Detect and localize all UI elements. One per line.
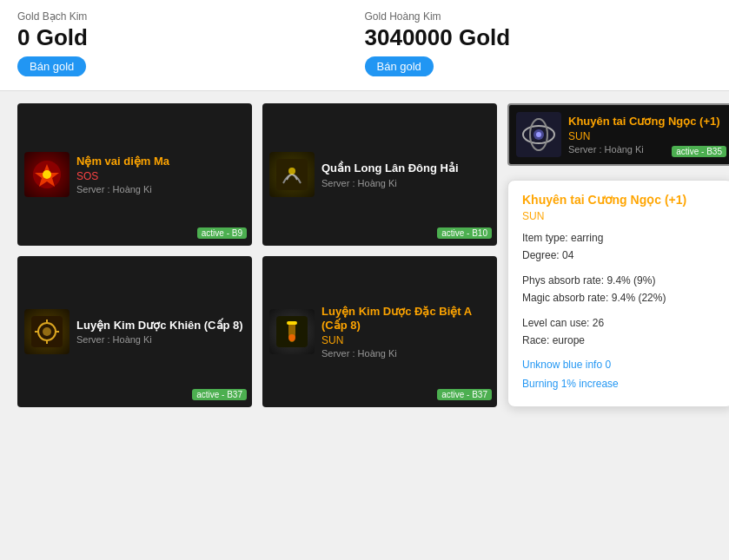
- item-server-0: Server : Hoàng Ki: [76, 184, 245, 194]
- svg-point-19: [536, 132, 541, 137]
- gold-bach-kim-amount: 0 Gold: [17, 24, 365, 51]
- tooltip-spacer-1: [522, 265, 719, 272]
- item-server-4: Server : Hoàng Ki: [321, 348, 490, 359]
- item-sub-4: SUN: [321, 334, 490, 346]
- item-name-0: Nệm vai diệm Ma: [76, 155, 245, 169]
- svg-point-4: [288, 168, 295, 175]
- item-card-1[interactable]: Quần Long Lân Đông Hải Server : Hoàng Ki…: [262, 103, 497, 246]
- item-name-2: Khuyên tai Cương Ngọc (+1): [568, 115, 725, 129]
- item-card-2[interactable]: Khuyên tai Cương Ngọc (+1) SUN Server : …: [507, 103, 729, 166]
- tooltip-spacer-3: [522, 349, 719, 356]
- item-server-3: Server : Hoàng Ki: [76, 334, 245, 345]
- svg-point-2: [43, 170, 51, 179]
- gold-hoang-kim-block: Gold Hoàng Kim 3040000 Gold Bán gold: [365, 10, 712, 76]
- item-icon-0: [24, 152, 70, 197]
- items-grid: Nệm vai diệm Ma SOS Server : Hoàng Ki ac…: [17, 103, 497, 407]
- item-name-3: Luyện Kim Dược Khiên (Cấp 8): [76, 319, 245, 333]
- active-badge-3: active - B37: [192, 389, 247, 400]
- tooltip-title: Khuyên tai Cương Ngọc (+1): [522, 193, 719, 207]
- tooltip-sub: SUN: [522, 210, 719, 222]
- item-icon-3: [24, 309, 70, 354]
- svg-point-7: [43, 327, 51, 336]
- item-name-1: Quần Long Lân Đông Hải: [321, 161, 490, 176]
- item-card-4[interactable]: Luyện Kim Dược Đặc Biệt A (Cấp 8) SUN Se…: [262, 256, 497, 406]
- item-icon-2: [516, 112, 561, 157]
- right-panel: Khuyên tai Cương Ngọc (+1) SUN Server : …: [507, 103, 729, 407]
- tooltip-spacer-2: [522, 307, 719, 314]
- item-info-1: Quần Long Lân Đông Hải Server : Hoàng Ki: [321, 161, 490, 188]
- item-icon-4: [269, 309, 315, 354]
- tooltip-row-1: Degree: 04: [522, 247, 719, 264]
- active-badge-2: active - B35: [672, 146, 726, 157]
- tooltip-row-0: Item type: earring: [522, 229, 719, 247]
- item-card-3[interactable]: Luyện Kim Dược Khiên (Cấp 8) Server : Ho…: [17, 256, 252, 406]
- item-sub-0: SOS: [76, 170, 245, 182]
- item-name-4: Luyện Kim Dược Đặc Biệt A (Cấp 8): [321, 305, 490, 334]
- gold-hoang-kim-amount: 3040000 Gold: [365, 24, 712, 51]
- gold-hoang-kim-label: Gold Hoàng Kim: [365, 10, 712, 23]
- gold-bach-kim-label: Gold Bạch Kim: [17, 10, 365, 23]
- item-info-4: Luyện Kim Dược Đặc Biệt A (Cấp 8) SUN Se…: [321, 305, 490, 359]
- main-layout: Nệm vai diệm Ma SOS Server : Hoàng Ki ac…: [0, 91, 729, 419]
- tooltip-row-4: Magic absorb rate: 9.4% (22%): [522, 289, 719, 306]
- active-badge-4: active - B37: [437, 389, 492, 400]
- sell-bach-kim-button[interactable]: Bán gold: [17, 56, 86, 76]
- active-badge-1: active - B10: [437, 227, 492, 239]
- tooltip-box: Khuyên tai Cương Ngọc (+1) SUN Item type…: [507, 180, 729, 407]
- item-card-0[interactable]: Nệm vai diệm Ma SOS Server : Hoàng Ki ac…: [17, 103, 252, 246]
- tooltip-link-1[interactable]: Burning 1% increase: [522, 375, 719, 394]
- item-server-1: Server : Hoàng Ki: [321, 178, 490, 188]
- top-section: Gold Bạch Kim 0 Gold Bán gold Gold Hoàng…: [0, 0, 729, 91]
- sell-hoang-kim-button[interactable]: Bán gold: [365, 56, 434, 76]
- tooltip-link-0[interactable]: Unknow blue info 0: [522, 356, 719, 375]
- item-icon-1: [269, 152, 315, 197]
- tooltip-row-3: Phys absorb rate: 9.4% (9%): [522, 272, 719, 289]
- active-badge-0: active - B9: [197, 227, 247, 239]
- svg-point-14: [288, 334, 295, 341]
- item-info-3: Luyện Kim Dược Khiên (Cấp 8) Server : Ho…: [76, 319, 245, 346]
- tooltip-row-7: Race: europe: [522, 332, 719, 349]
- item-info-0: Nệm vai diệm Ma SOS Server : Hoàng Ki: [76, 155, 245, 194]
- svg-rect-13: [287, 321, 297, 325]
- tooltip-row-6: Level can use: 26: [522, 314, 719, 332]
- gold-bach-kim-block: Gold Bạch Kim 0 Gold Bán gold: [17, 10, 365, 76]
- item-sub-2: SUN: [568, 130, 725, 142]
